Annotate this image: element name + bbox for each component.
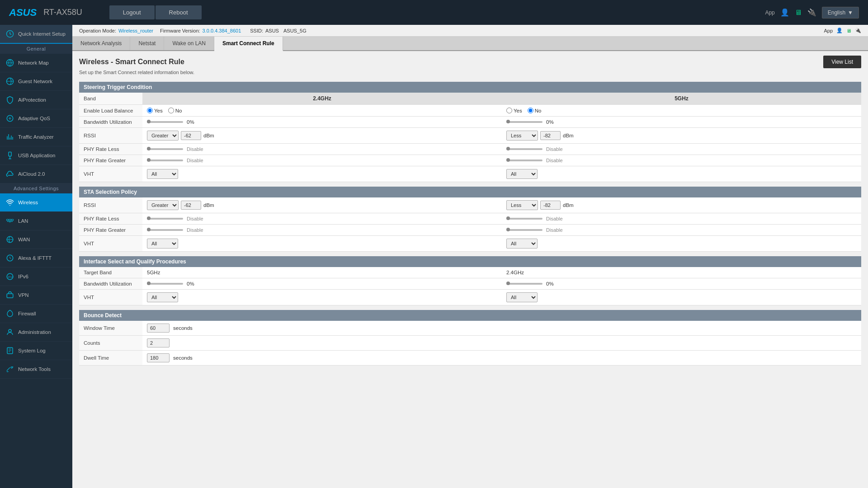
phy-greater-row: PHY Rate Greater Disable Disable (79, 155, 861, 166)
usb-application-label: USB Application (18, 153, 55, 158)
phy-greater-24-slider-container: Disable (147, 158, 497, 163)
sidebar-item-alexa-ifttt[interactable]: Alexa & IFTTT (0, 249, 72, 267)
usb-icon[interactable]: 🔌 (807, 8, 816, 17)
vht-24-select[interactable]: AllEnableDisable (147, 169, 178, 179)
iface-bw-util-2-slider[interactable] (506, 283, 542, 285)
sta-rssi-5-unit: dBm (563, 202, 574, 208)
phy-greater-24-slider[interactable] (147, 160, 183, 161)
person-icon[interactable]: 👤 (780, 8, 789, 17)
target-band-label: Target Band (79, 267, 142, 278)
sidebar-item-usb-application[interactable]: USB Application (0, 146, 72, 165)
sidebar-item-guest-network[interactable]: Guest Network (0, 72, 72, 91)
rssi-5-value-input[interactable] (540, 131, 561, 140)
sidebar-item-system-log[interactable]: System Log (0, 342, 72, 360)
sta-phy-less-5-slider[interactable] (506, 218, 542, 220)
view-list-button[interactable]: View List (823, 56, 861, 68)
logout-button[interactable]: Logout (109, 5, 155, 19)
usb-icon-status[interactable]: 🔌 (855, 28, 861, 33)
load-balance-24-yes-radio[interactable] (147, 108, 153, 113)
sidebar-item-quick-setup[interactable]: Quick Internet Setup (0, 25, 72, 44)
sta-rssi-5-cond-select[interactable]: GreaterLess (506, 200, 538, 210)
sta-rssi-5-value-input[interactable] (540, 201, 561, 210)
dwell-time-group: seconds (147, 353, 857, 362)
sidebar-item-wan[interactable]: WAN (0, 230, 72, 249)
phy-less-label: PHY Rate Less (79, 144, 142, 155)
iface-bw-util-1-slider[interactable] (147, 283, 183, 285)
phy-less-5-slider[interactable] (506, 148, 542, 150)
sidebar-item-network-map[interactable]: Network Map (0, 54, 72, 72)
reboot-button[interactable]: Reboot (156, 5, 202, 19)
operation-mode-value[interactable]: Wireless_router (118, 28, 153, 33)
sta-rssi-24-cell: GreaterLess dBm (142, 197, 502, 213)
sidebar-item-ipv6[interactable]: IPv6 IPv6 (0, 267, 72, 286)
page-title: Wireless - Smart Connect Rule (79, 58, 861, 66)
tab-smart-connect-rule[interactable]: Smart Connect Rule (214, 37, 283, 51)
person-icon-status[interactable]: 👤 (836, 28, 843, 33)
sta-vht-label: VHT (79, 236, 142, 252)
phy-less-row: PHY Rate Less Disable Disable (79, 144, 861, 155)
sidebar-item-vpn[interactable]: VPN (0, 286, 72, 305)
rssi-5-cond-select[interactable]: GreaterLess (506, 131, 538, 141)
counts-input[interactable] (147, 338, 170, 347)
iface-bw-util-row: Bandwidth Utilization 0% 0% (79, 278, 861, 290)
bw-util-5-value: 0% (546, 119, 554, 125)
rssi-24-value-input[interactable] (181, 131, 201, 140)
svg-rect-4 (7, 219, 9, 221)
lan-label: LAN (18, 218, 28, 224)
load-balance-24-no-radio[interactable] (168, 108, 174, 113)
phy-less-24-slider[interactable] (147, 148, 183, 150)
sta-phy-greater-5-slider[interactable] (506, 229, 542, 231)
bw-util-5-slider[interactable] (506, 121, 542, 123)
vht-5-select[interactable]: AllEnableDisable (506, 169, 538, 179)
load-balance-24-yes-label[interactable]: Yes (147, 108, 163, 113)
sidebar-item-lan[interactable]: LAN (0, 212, 72, 230)
sta-rssi-24-value-input[interactable] (181, 201, 201, 210)
load-balance-24-no-label[interactable]: No (168, 108, 182, 113)
load-balance-5-no-radio[interactable] (528, 108, 533, 113)
sidebar-item-network-tools[interactable]: Network Tools (0, 360, 72, 379)
language-selector[interactable]: English ▼ (822, 7, 859, 19)
sidebar-item-aicloud[interactable]: AiCloud 2.0 (0, 165, 72, 183)
page-subtitle: Set up the Smart Connect related informa… (79, 70, 861, 75)
dwell-time-input[interactable] (147, 353, 170, 362)
phy-less-24-value: Disable (187, 146, 203, 152)
quick-setup-label: Quick Internet Setup (18, 31, 66, 37)
monitor-icon[interactable]: 🖥 (795, 9, 802, 17)
sta-rssi-24-cond-select[interactable]: GreaterLess (147, 200, 179, 210)
bw-util-24-slider[interactable] (147, 121, 183, 123)
tab-network-analysis[interactable]: Network Analysis (72, 37, 130, 50)
monitor-icon-status[interactable]: 🖥 (846, 28, 851, 33)
load-balance-5-cell: Yes No (502, 105, 861, 117)
rssi-24-cond-select[interactable]: GreaterLess (147, 131, 179, 141)
sidebar-item-firewall[interactable]: Firewall (0, 305, 72, 323)
window-time-unit: seconds (173, 325, 193, 331)
sta-phy-less-row: PHY Rate Less Disable Disable (79, 213, 861, 225)
bw-util-24-cell: 0% (142, 117, 502, 128)
phy-greater-5-slider[interactable] (506, 160, 542, 161)
ssid-5g-value: ASUS_5G (283, 28, 307, 33)
sta-vht-24-select[interactable]: AllEnableDisable (147, 239, 178, 249)
sidebar-item-wireless[interactable]: Wireless (0, 193, 72, 212)
load-balance-5-yes-label[interactable]: Yes (506, 108, 522, 113)
tab-netstat[interactable]: Netstat (130, 37, 164, 50)
bounce-section-header: Bounce Detect (79, 310, 861, 321)
firmware-value[interactable]: 3.0.0.4.384_8601 (203, 28, 241, 33)
sidebar-item-administration[interactable]: Administration (0, 323, 72, 342)
sta-phy-greater-24-slider[interactable] (147, 229, 183, 231)
iface-vht-1-select[interactable]: AllEnableDisable (147, 292, 178, 302)
phy-less-24-cell: Disable (142, 144, 502, 155)
window-time-input[interactable] (147, 324, 170, 333)
sidebar-item-traffic-analyzer[interactable]: Traffic Analyzer (0, 128, 72, 146)
sidebar-item-adaptive-qos[interactable]: Adaptive QoS (0, 109, 72, 128)
tab-wake-on-lan[interactable]: Wake on LAN (164, 37, 214, 50)
sta-phy-less-24-slider[interactable] (147, 218, 183, 220)
load-balance-5-yes-radio[interactable] (506, 108, 512, 113)
load-balance-5-no-label[interactable]: No (528, 108, 542, 113)
administration-icon (5, 328, 14, 337)
network-map-label: Network Map (18, 60, 49, 66)
sta-vht-5-select[interactable]: AllEnableDisable (506, 239, 538, 249)
sta-phy-less-5-cell: Disable (502, 213, 861, 225)
sidebar-item-aiprotection[interactable]: AiProtection (0, 91, 72, 109)
iface-vht-2-select[interactable]: AllEnableDisable (506, 292, 538, 302)
iface-bw-util-2-value: 0% (546, 281, 554, 286)
